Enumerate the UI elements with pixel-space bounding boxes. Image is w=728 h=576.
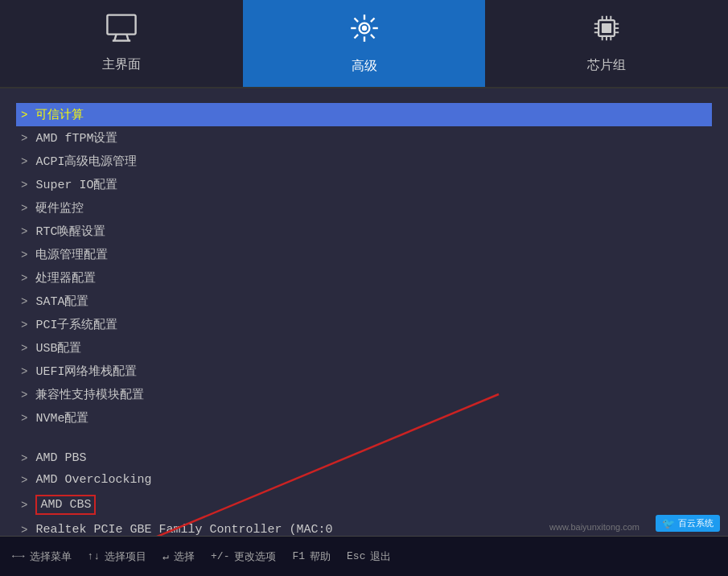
menu-item-text: RTC唤醒设置	[35, 224, 105, 239]
arrow-icon: >	[21, 412, 27, 425]
plus-minus-icon: +/-	[211, 550, 229, 562]
arrow-icon: >	[21, 295, 27, 308]
menu-item-power[interactable]: > 电源管理配置	[16, 243, 712, 266]
menu-item-text: ACPI高级电源管理	[35, 154, 137, 169]
f1-icon: F1	[292, 550, 305, 562]
status-enter: ↵ 选择	[162, 549, 195, 564]
arrow-icon: >	[21, 109, 27, 121]
menu-item-amd-cbs[interactable]: > AMD CBS	[16, 491, 712, 519]
arrow-icon: >	[21, 474, 27, 487]
nav-item-main[interactable]: 主界面	[0, 0, 243, 87]
arrow-icon: >	[21, 452, 27, 465]
svg-line-10	[370, 35, 374, 39]
menu-item-super-io[interactable]: > Super IO配置	[16, 173, 712, 196]
nav-item-advanced[interactable]: 高级	[243, 0, 486, 87]
arrow-icon: >	[21, 155, 27, 168]
monitor-icon	[105, 14, 138, 50]
chip-icon	[591, 13, 622, 51]
twitter-icon: 🐦	[662, 517, 675, 529]
arrow-icon: >	[21, 319, 27, 331]
menu-item-text: AMD PBS	[35, 451, 86, 465]
menu-item-text: 兼容性支持模块配置	[35, 387, 144, 402]
watermark: www.baiyunxitong.com	[549, 522, 640, 532]
menu-item-amd-overclocking[interactable]: > AMD Overclocking	[16, 469, 712, 491]
social-badge: 🐦 百云系统	[656, 515, 720, 532]
svg-rect-27	[602, 23, 611, 33]
arrow-ud-icon: ↑↓	[88, 550, 101, 562]
nav-label-chipset: 芯片组	[587, 57, 626, 74]
main-content: > 可信计算 > AMD fTPM设置 > ACPI高级电源管理 > Super…	[0, 88, 728, 549]
svg-line-12	[354, 35, 358, 39]
menu-item-text-boxed: AMD CBS	[35, 495, 96, 515]
menu-item-text: Super IO配置	[35, 177, 117, 192]
arrow-icon: >	[21, 365, 27, 378]
arrow-icon: >	[21, 272, 27, 285]
arrow-icon: >	[21, 225, 27, 238]
arrow-icon: >	[21, 249, 27, 261]
nav-item-chipset[interactable]: 芯片组	[485, 0, 728, 87]
top-navigation: 主界面 高级	[0, 0, 728, 88]
arrow-icon: >	[21, 202, 27, 215]
menu-item-sata[interactable]: > SATA配置	[16, 290, 712, 313]
status-select-menu: ←→ 选择菜单	[12, 549, 72, 564]
svg-line-9	[354, 19, 358, 23]
status-exit: Esc 退出	[347, 549, 391, 564]
menu-item-text: NVMe配置	[35, 410, 88, 426]
status-change: +/- 更改选项	[211, 549, 276, 564]
menu-item-text: AMD Overclocking	[35, 473, 151, 487]
section-gap	[16, 430, 712, 441]
menu-item-trusted[interactable]: > 可信计算	[16, 103, 712, 126]
status-bar: ←→ 选择菜单 ↑↓ 选择项目 ↵ 选择 +/- 更改选项 F1 帮助 Esc …	[0, 536, 728, 576]
arrow-icon: >	[21, 342, 27, 355]
svg-rect-0	[107, 15, 135, 35]
menu-item-text: PCI子系统配置	[35, 317, 117, 332]
social-badge-text: 百云系统	[678, 517, 714, 529]
enter-icon: ↵	[162, 550, 169, 563]
menu-item-text: 可信计算	[35, 107, 84, 122]
menu-item-rtc[interactable]: > RTC唤醒设置	[16, 220, 712, 243]
menu-item-uefi-network[interactable]: > UEFI网络堆栈配置	[16, 360, 712, 383]
menu-item-text: 硬件监控	[35, 200, 84, 216]
arrow-lr-icon: ←→	[12, 550, 25, 562]
menu-item-text: UEFI网络堆栈配置	[35, 364, 137, 379]
arrow-icon: >	[21, 499, 27, 512]
status-select-item: ↑↓ 选择项目	[88, 549, 147, 564]
nav-label-advanced: 高级	[352, 58, 377, 75]
esc-icon: Esc	[347, 550, 365, 562]
arrow-icon: >	[21, 179, 27, 191]
gear-icon	[348, 12, 380, 51]
menu-list: > 可信计算 > AMD fTPM设置 > ACPI高级电源管理 > Super…	[16, 103, 712, 430]
nav-label-main: 主界面	[102, 56, 141, 73]
menu-item-text: SATA配置	[35, 294, 88, 309]
menu-item-amd-ftpm[interactable]: > AMD fTPM设置	[16, 126, 712, 150]
arrow-icon: >	[21, 132, 27, 145]
arrow-icon: >	[21, 524, 27, 537]
arrow-icon: >	[21, 389, 27, 401]
menu-item-acpi[interactable]: > ACPI高级电源管理	[16, 150, 712, 173]
menu-item-csm[interactable]: > 兼容性支持模块配置	[16, 383, 712, 406]
menu-item-text: 电源管理配置	[35, 247, 108, 262]
menu-item-text: USB配置	[35, 340, 81, 356]
svg-point-13	[361, 26, 366, 31]
status-help: F1 帮助	[292, 549, 331, 564]
svg-line-11	[370, 19, 374, 23]
menu-item-cpu[interactable]: > 处理器配置	[16, 266, 712, 290]
menu-item-hw-monitor[interactable]: > 硬件监控	[16, 196, 712, 220]
menu-item-pci[interactable]: > PCI子系统配置	[16, 313, 712, 336]
menu-item-usb[interactable]: > USB配置	[16, 336, 712, 360]
menu-item-text: 处理器配置	[35, 270, 96, 286]
menu-item-text: Realtek PCIe GBE Family Controller (MAC:…	[35, 523, 332, 537]
menu-item-text: AMD fTPM设置	[35, 130, 117, 146]
menu-item-nvme[interactable]: > NVMe配置	[16, 406, 712, 430]
menu-item-amd-pbs[interactable]: > AMD PBS	[16, 447, 712, 469]
